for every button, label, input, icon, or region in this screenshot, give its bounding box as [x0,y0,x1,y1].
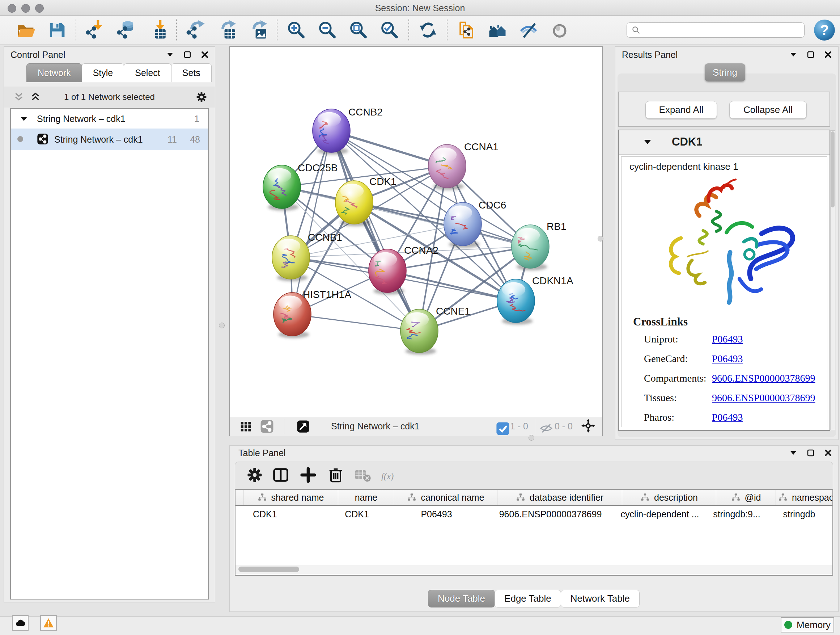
column-header-namespace[interactable]: namespace [776,490,833,505]
node-CDC6[interactable]: CDC6 [444,200,506,248]
delete-column-icon[interactable] [326,466,345,486]
fit-content-crosshair-icon[interactable] [581,419,595,434]
zoom-selected-button[interactable] [374,18,405,42]
panel-menu-icon[interactable] [166,50,174,59]
column-header-name[interactable]: name [338,490,394,505]
cell-name[interactable]: CDK1 [329,509,385,519]
node-HIST1H1A[interactable]: HIST1H1A [273,289,351,338]
collapse-all-button[interactable]: Collapse All [729,101,807,119]
zoom-fit-button[interactable] [343,18,374,42]
show-columns-icon[interactable] [271,466,290,486]
column-header-@id[interactable]: @id [716,490,776,505]
share-document-button[interactable] [451,18,482,42]
refresh-network-button[interactable] [412,18,444,42]
cell-shared name[interactable]: CDK1 [243,509,329,519]
network-overview-icon[interactable] [260,420,274,435]
selected-checkbox-icon[interactable] [496,422,510,437]
zoom-out-button[interactable] [312,18,343,42]
node-table[interactable]: shared namename canonical name database … [235,489,833,576]
string-home-button[interactable] [482,18,513,42]
node-CDC25B[interactable]: CDC25B [263,162,338,211]
table-row[interactable]: CDK1CDK1P064939606.ENSP00000378699cyclin… [235,506,832,523]
node-CDKN1A[interactable]: CDKN1A [497,275,573,325]
warnings-button[interactable] [40,615,57,631]
import-database-button[interactable] [111,18,142,42]
float-panel-icon[interactable] [806,50,815,59]
memory-button[interactable]: Memory [781,617,834,632]
edge-CCNB2-CCNE1[interactable] [332,131,419,331]
node-CCNB1[interactable]: CCNB1 [272,232,342,281]
tab-style[interactable]: Style [82,63,125,82]
import-network-button[interactable] [80,18,111,42]
save-session-button[interactable] [41,18,73,42]
column-header-canonical name[interactable]: canonical name [394,490,497,505]
import-table-button[interactable] [142,18,173,42]
export-image-button[interactable] [242,18,273,42]
crosslink-link[interactable]: 9606.ENSP00000378699 [712,372,815,384]
results-scrollbar[interactable] [830,130,835,430]
section-collapse-icon[interactable] [644,139,652,144]
tab-network[interactable]: Network [27,63,82,82]
cell-namespace[interactable]: stringdb [767,509,832,519]
network-options-gear-icon[interactable] [195,91,208,103]
panel-menu-icon[interactable] [789,50,798,59]
column-header-shared name[interactable]: shared name [243,490,338,505]
search-input[interactable] [627,22,805,38]
protein-section-header[interactable]: CDK1 [619,130,829,155]
hidden-eye-icon[interactable] [539,421,553,437]
network-canvas[interactable]: CCNB2CCNA1CDC25BCDK1CDC6RB1CCNB1CCNA2CDK… [230,47,602,417]
vertical-splitter-handle[interactable] [219,323,225,328]
tab-sets[interactable]: Sets [171,63,212,82]
open-session-button[interactable] [10,18,41,42]
tree-expand-icon[interactable] [20,116,27,121]
birdseye-view-icon[interactable] [239,420,253,435]
node-CCNE1[interactable]: CCNE1 [401,306,470,355]
detach-view-icon[interactable] [296,420,310,435]
cell-database identifier[interactable]: 9606.ENSP00000378699 [488,509,613,519]
import-network-icon [85,20,105,40]
zoom-in-button[interactable] [281,18,312,42]
export-table-button[interactable] [211,18,242,42]
column-header-description[interactable]: description [622,490,716,505]
network-row-selected[interactable]: String Network – cdk1 11 48 [11,128,208,150]
cell-description[interactable]: cyclin-dependent ... [613,509,707,519]
cell-@id[interactable]: stringdb:9... [707,509,767,519]
tab-select[interactable]: Select [124,63,171,82]
show-all-button[interactable] [544,18,575,42]
network-collection-row[interactable]: String Network – cdk1 1 [11,109,208,128]
tab-network-table[interactable]: Network Table [561,590,639,608]
help-button[interactable]: ? [813,18,836,42]
panel-menu-icon[interactable] [789,448,798,457]
close-panel-icon[interactable] [201,50,209,59]
close-panel-icon[interactable] [824,50,832,59]
edge-CCNA2-CDKN1A[interactable] [387,271,516,301]
close-panel-icon[interactable] [824,448,832,457]
float-panel-icon[interactable] [806,448,815,457]
column-header-database identifier[interactable]: database identifier [497,490,622,505]
hide-selected-button[interactable] [513,18,544,42]
column-header-gutter[interactable] [235,490,243,505]
node-RB1[interactable]: RB1 [512,221,566,271]
export-network-button[interactable] [180,18,211,42]
vertical-splitter-handle[interactable] [598,236,603,241]
crosslink-link[interactable]: P06493 [712,333,743,345]
cell-canonical name[interactable]: P06493 [385,509,488,519]
float-panel-icon[interactable] [183,50,192,59]
node-CCNB2[interactable]: CCNB2 [313,106,383,155]
crosslink-link[interactable]: P06493 [712,353,743,364]
tab-edge-table[interactable]: Edge Table [494,590,561,608]
crosslink-link[interactable]: 9606.ENSP00000378699 [712,392,815,404]
table-hscrollbar-thumb[interactable] [238,567,299,572]
crosslink-link[interactable]: P06493 [712,412,743,423]
table-hscrollbar[interactable] [235,565,832,574]
tab-node-table[interactable]: Node Table [428,590,495,608]
results-scrollbar-thumb[interactable] [831,131,835,207]
cloud-status-button[interactable] [12,615,28,631]
edge-HIST1H1A-CCNE1[interactable] [292,314,419,331]
table-options-gear-icon[interactable] [245,466,264,486]
horizontal-splitter-handle[interactable] [529,435,534,440]
create-column-icon[interactable] [299,466,317,486]
tab-string[interactable]: String [705,63,745,81]
expand-all-button[interactable]: Expand All [645,101,717,119]
open-session-icon [16,20,35,40]
